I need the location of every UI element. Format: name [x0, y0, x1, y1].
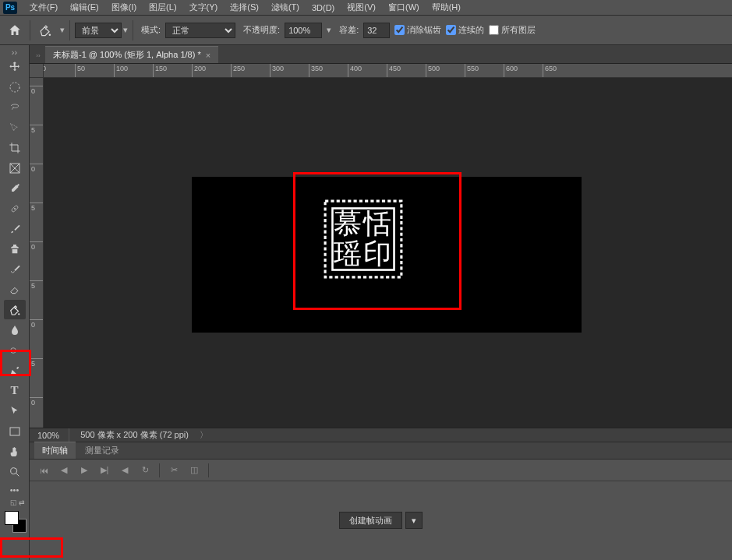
options-bar: ▾ 前景 ▾ 模式: 正常 不透明度: ▾ 容差: 消除锯齿 连续的 所有图层	[0, 16, 732, 45]
close-icon[interactable]: ×	[206, 51, 210, 60]
clone-tool[interactable]	[4, 239, 26, 259]
move-tool[interactable]	[4, 57, 26, 76]
create-animation-dropdown[interactable]: ▾	[405, 512, 423, 529]
document-tab[interactable]: 未标题-1 @ 100% (矩形 1, Alpha 1/8) * ×	[45, 46, 218, 63]
prev-frame-icon[interactable]: ◀	[58, 464, 70, 477]
svg-rect-6	[10, 428, 19, 435]
svg-rect-8	[325, 201, 401, 277]
menu-edit[interactable]: 编辑(E)	[64, 2, 105, 13]
hand-tool[interactable]	[4, 442, 26, 461]
timeline-controls: ⏮ ◀ ▶ ▶| ◀ ↻ ✂ ◫	[30, 460, 732, 481]
zoom-tool[interactable]	[4, 462, 26, 481]
home-button[interactable]	[5, 20, 25, 41]
menu-image[interactable]: 图像(I)	[105, 2, 143, 13]
frame-tool[interactable]	[4, 158, 26, 178]
eraser-tool[interactable]	[4, 280, 26, 299]
current-tool-icon[interactable]	[35, 20, 55, 41]
seal-border-icon	[323, 199, 404, 280]
toolbox-collapse-toggle[interactable]: ››	[2, 48, 28, 56]
menu-file[interactable]: 文件(F)	[23, 2, 64, 13]
play-icon[interactable]: ▶	[78, 464, 90, 477]
transition-icon[interactable]: ◫	[188, 464, 200, 477]
healing-tool[interactable]	[4, 199, 26, 218]
all-layers-checkbox[interactable]: 所有图层	[489, 24, 536, 36]
tolerance-label: 容差:	[339, 24, 359, 36]
menu-bar: Ps 文件(F) 编辑(E) 图像(I) 图层(L) 文字(Y) 选择(S) 滤…	[0, 0, 732, 16]
panel-tabs: 时间轴 测量记录	[30, 442, 732, 460]
marquee-tool[interactable]	[4, 77, 26, 97]
document-tabstrip: ›› 未标题-1 @ 100% (矩形 1, Alpha 1/8) * ×	[30, 45, 732, 64]
color-swatches[interactable]	[3, 509, 27, 533]
document-tab-title: 未标题-1 @ 100% (矩形 1, Alpha 1/8) *	[53, 49, 201, 61]
ruler-horizontal[interactable]: 0050100150200250300350400450500550600650	[44, 64, 732, 78]
brush-tool[interactable]	[4, 219, 26, 238]
menu-window[interactable]: 窗口(W)	[382, 2, 426, 13]
opacity-label: 不透明度:	[243, 24, 280, 36]
loop-icon[interactable]: ↻	[139, 464, 151, 477]
ruler-vertical[interactable]: 05050505050	[30, 78, 44, 428]
swap-colors-icon[interactable]: ◱⇄	[3, 498, 27, 509]
next-frame-icon[interactable]: ▶|	[98, 464, 111, 477]
svg-point-1	[10, 83, 19, 92]
mute-icon[interactable]: ◀	[118, 464, 131, 477]
info-flyout-icon[interactable]: 〉	[200, 429, 208, 441]
status-bar: 100% 500 像素 x 200 像素 (72 ppi) 〉	[30, 428, 732, 442]
cut-icon[interactable]: ✂	[168, 464, 180, 477]
edit-toolbar-button[interactable]: •••	[4, 483, 26, 497]
eyedropper-tool[interactable]	[4, 178, 26, 198]
quick-select-tool[interactable]	[4, 118, 26, 137]
rectangle-tool[interactable]	[4, 421, 26, 441]
svg-point-5	[10, 347, 16, 353]
crop-tool[interactable]	[4, 138, 26, 157]
mode-label: 模式:	[141, 24, 161, 36]
contiguous-checkbox[interactable]: 连续的	[446, 24, 484, 36]
type-tool[interactable]: T	[4, 381, 26, 400]
svg-point-4	[18, 313, 19, 315]
toolbox: ›› T ••• ◱⇄	[0, 45, 30, 560]
path-select-tool[interactable]	[4, 401, 26, 421]
foreground-color-swatch[interactable]	[5, 511, 19, 525]
tab-measurement-log[interactable]: 测量记录	[77, 442, 127, 459]
first-frame-icon[interactable]: ⏮	[37, 464, 50, 477]
menu-help[interactable]: 帮助(H)	[426, 2, 467, 13]
fill-target-select[interactable]: 前景	[75, 23, 122, 38]
tab-timeline[interactable]: 时间轴	[34, 442, 76, 459]
opacity-input[interactable]	[285, 23, 322, 38]
chevron-down-icon[interactable]: ▾	[60, 25, 65, 35]
document-info[interactable]: 500 像素 x 200 像素 (72 ppi)	[80, 429, 189, 441]
menu-type[interactable]: 文字(Y)	[183, 2, 225, 13]
svg-point-0	[49, 33, 51, 36]
timeline-panel: 时间轴 测量记录 ⏮ ◀ ▶ ▶| ◀ ↻ ✂ ◫ 创建帧动画 ▾	[30, 442, 732, 560]
seal-graphic: 慕恬 瑶印	[316, 192, 410, 286]
chevron-down-icon: ▾	[123, 25, 128, 35]
tolerance-input[interactable]	[363, 23, 390, 38]
menu-view[interactable]: 视图(V)	[341, 2, 382, 13]
app-logo: Ps	[3, 2, 17, 14]
pen-tool[interactable]	[4, 361, 26, 380]
canvas-area[interactable]: 慕恬 瑶印	[44, 78, 732, 428]
create-frame-animation-label: 创建帧动画	[349, 515, 392, 527]
dodge-tool[interactable]	[4, 340, 26, 360]
history-brush-tool[interactable]	[4, 259, 26, 279]
lasso-tool[interactable]	[4, 97, 26, 117]
menu-select[interactable]: 选择(S)	[224, 2, 265, 13]
bucket-tool[interactable]	[4, 300, 26, 319]
ruler-origin[interactable]	[30, 64, 44, 78]
svg-point-7	[10, 467, 16, 474]
artboard[interactable]: 慕恬 瑶印	[192, 177, 582, 333]
blur-tool[interactable]	[4, 320, 26, 340]
antialias-checkbox[interactable]: 消除锯齿	[394, 24, 441, 36]
menu-layer[interactable]: 图层(L)	[143, 2, 182, 13]
menu-3d[interactable]: 3D(D)	[306, 3, 341, 12]
menu-filter[interactable]: 滤镜(T)	[265, 2, 306, 13]
svg-rect-9	[332, 208, 394, 269]
tabstrip-handle[interactable]: ››	[34, 48, 42, 63]
chevron-down-icon[interactable]: ▾	[327, 25, 331, 35]
blend-mode-select[interactable]: 正常	[165, 23, 235, 38]
zoom-readout[interactable]: 100%	[37, 428, 69, 442]
create-frame-animation[interactable]: 创建帧动画 ▾	[339, 512, 423, 529]
